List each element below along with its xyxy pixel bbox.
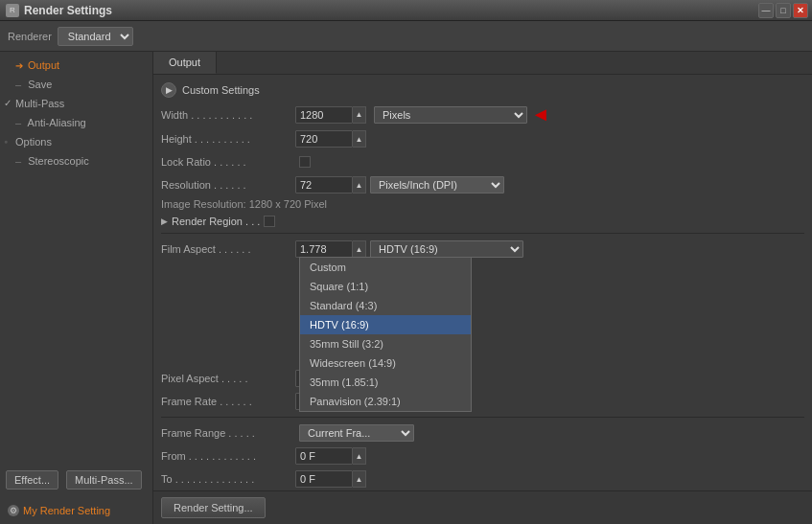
render-region-label: Render Region . . . bbox=[172, 216, 260, 227]
aspect-dropdown-list: Custom Square (1:1) Standard (4:3) HDTV … bbox=[299, 257, 472, 412]
window-title: Render Settings bbox=[24, 4, 112, 17]
dropdown-item-35mm[interactable]: 35mm (1.85:1) bbox=[300, 373, 471, 392]
film-aspect-input[interactable] bbox=[295, 240, 353, 258]
red-arrow-pixels: ◄ bbox=[531, 103, 550, 125]
frame-range-label: Frame Range . . . . . bbox=[161, 427, 295, 439]
film-aspect-select[interactable]: HDTV (16:9) bbox=[370, 240, 523, 258]
from-input[interactable] bbox=[295, 447, 353, 465]
dropdown-item-custom[interactable]: Custom bbox=[300, 258, 471, 277]
main-container: Renderer Standard ➔ Output – Save Multi-… bbox=[0, 21, 812, 524]
resolution-row: Resolution . . . . . . ▲ Pixels/Inch (DP… bbox=[161, 175, 804, 194]
to-input-group: ▲ bbox=[295, 470, 366, 488]
dropdown-item-square[interactable]: Square (1:1) bbox=[300, 277, 471, 296]
tab-output[interactable]: Output bbox=[153, 52, 217, 74]
film-aspect-section: Film Aspect . . . . . . ▲ HDTV (16:9) Cu… bbox=[161, 239, 804, 259]
to-label: To . . . . . . . . . . . . . . bbox=[161, 473, 295, 485]
pixel-aspect-label: Pixel Aspect . . . . . bbox=[161, 373, 295, 384]
toolbar: Renderer Standard bbox=[0, 21, 812, 52]
render-setting-button[interactable]: Render Setting... bbox=[161, 497, 266, 518]
panel-wrapper: Output ▶ Custom Settings Width . . . . .… bbox=[153, 52, 812, 524]
render-region-arrow[interactable]: ▶ bbox=[161, 216, 168, 226]
divider-2 bbox=[161, 417, 804, 418]
effect-button[interactable]: Effect... bbox=[6, 470, 58, 490]
sidebar-dash3: – bbox=[15, 155, 21, 167]
sidebar-item-options[interactable]: Options bbox=[0, 132, 152, 151]
lock-ratio-checkbox[interactable] bbox=[299, 156, 311, 168]
dropdown-item-widescreen[interactable]: Widescreen (14:9) bbox=[300, 353, 471, 373]
to-spin[interactable]: ▲ bbox=[353, 470, 366, 488]
pixels-unit-select[interactable]: Pixels bbox=[374, 106, 527, 124]
renderer-select[interactable]: Standard bbox=[58, 27, 133, 46]
width-input-group: ▲ bbox=[295, 106, 366, 124]
dropdown-item-hdtv[interactable]: HDTV (16:9) bbox=[300, 315, 471, 334]
render-setting-label: My Render Setting bbox=[23, 505, 110, 516]
panel-content: ▶ Custom Settings Width . . . . . . . . … bbox=[153, 75, 812, 490]
close-button[interactable]: ✕ bbox=[793, 3, 808, 18]
width-spin-up[interactable]: ▲ bbox=[353, 106, 366, 124]
resolution-input-group: ▲ bbox=[295, 176, 366, 194]
pixel-aspect-row: Pixel Aspect . . . . . ▲ bbox=[161, 369, 804, 388]
gear-icon: ⚙ bbox=[8, 505, 19, 516]
from-row: From . . . . . . . . . . . . ▲ bbox=[161, 446, 804, 466]
to-input[interactable] bbox=[295, 470, 353, 488]
multi-pass-button[interactable]: Multi-Pass... bbox=[66, 470, 142, 490]
film-aspect-label: Film Aspect . . . . . . bbox=[161, 243, 295, 255]
width-row: Width . . . . . . . . . . . ▲ Pixels ◄ bbox=[161, 103, 804, 125]
width-label: Width . . . . . . . . . . . bbox=[161, 109, 295, 121]
app-icon: R bbox=[6, 4, 19, 17]
height-label: Height . . . . . . . . . . bbox=[161, 133, 295, 145]
sidebar-item-antialiasing[interactable]: – Anti-Aliasing bbox=[0, 113, 152, 132]
renderer-label: Renderer bbox=[8, 31, 52, 42]
from-label: From . . . . . . . . . . . . bbox=[161, 450, 295, 462]
film-aspect-spin[interactable]: ▲ bbox=[353, 240, 366, 258]
height-input-group: ▲ bbox=[295, 130, 366, 148]
sidebar-arrow-icon: ➔ bbox=[15, 60, 23, 71]
frame-rate-row: Frame Rate . . . . . . ▲ bbox=[161, 392, 804, 411]
title-bar: R Render Settings — □ ✕ bbox=[0, 0, 812, 21]
sidebar-dash: – bbox=[15, 79, 21, 90]
resolution-spin-up[interactable]: ▲ bbox=[353, 176, 366, 194]
sidebar-item-output[interactable]: ➔ Output bbox=[0, 56, 152, 75]
dropdown-item-panavision[interactable]: Panavision (2.39:1) bbox=[300, 392, 471, 411]
render-region-row: ▶ Render Region . . . bbox=[161, 216, 804, 227]
width-input[interactable] bbox=[295, 106, 353, 124]
lock-ratio-label: Lock Ratio . . . . . . bbox=[161, 156, 295, 168]
sidebar: ➔ Output – Save Multi-Pass – Anti-Aliasi… bbox=[0, 52, 153, 524]
sidebar-item-stereoscopic[interactable]: – Stereoscopic bbox=[0, 151, 152, 171]
content-area: ➔ Output – Save Multi-Pass – Anti-Aliasi… bbox=[0, 52, 812, 524]
minimize-button[interactable]: — bbox=[758, 3, 774, 18]
dropdown-item-standard[interactable]: Standard (4:3) bbox=[300, 296, 471, 315]
render-setting-row: ⚙ My Render Setting bbox=[0, 501, 152, 520]
lock-ratio-row: Lock Ratio . . . . . . bbox=[161, 152, 804, 171]
frame-rate-label: Frame Rate . . . . . . bbox=[161, 396, 295, 407]
sidebar-footer-buttons: Effect... Multi-Pass... bbox=[0, 465, 152, 495]
from-input-group: ▲ bbox=[295, 447, 366, 465]
sidebar-dash2: – bbox=[15, 117, 21, 128]
resolution-label: Resolution . . . . . . bbox=[161, 179, 295, 191]
custom-settings-header: ▶ Custom Settings bbox=[161, 82, 804, 98]
sidebar-item-save[interactable]: – Save bbox=[0, 75, 152, 94]
film-aspect-input-group: ▲ bbox=[295, 240, 366, 258]
window-controls: — □ ✕ bbox=[758, 3, 808, 18]
sidebar-item-multipass[interactable]: Multi-Pass bbox=[0, 94, 152, 113]
maximize-button[interactable]: □ bbox=[776, 3, 791, 18]
frame-range-row: Frame Range . . . . . Current Fra... bbox=[161, 423, 804, 443]
divider-1 bbox=[161, 233, 804, 234]
render-region-checkbox[interactable] bbox=[264, 216, 275, 227]
dropdown-item-35mm-still[interactable]: 35mm Still (3:2) bbox=[300, 334, 471, 353]
custom-settings-toggle[interactable]: ▶ bbox=[161, 82, 176, 98]
film-aspect-row: Film Aspect . . . . . . ▲ HDTV (16:9) bbox=[161, 239, 804, 259]
resolution-input[interactable] bbox=[295, 176, 353, 194]
frame-range-select[interactable]: Current Fra... bbox=[299, 424, 414, 442]
height-input[interactable] bbox=[295, 130, 353, 148]
to-row: To . . . . . . . . . . . . . . ▲ bbox=[161, 469, 804, 489]
custom-settings-title: Custom Settings bbox=[182, 84, 260, 96]
resolution-unit-select[interactable]: Pixels/Inch (DPI) bbox=[370, 176, 504, 194]
height-row: Height . . . . . . . . . . ▲ bbox=[161, 129, 804, 148]
image-resolution-info: Image Resolution: 1280 x 720 Pixel bbox=[161, 198, 804, 210]
from-spin[interactable]: ▲ bbox=[353, 447, 366, 465]
panel-tabs: Output bbox=[153, 52, 812, 75]
bottom-bar: Render Setting... bbox=[153, 490, 812, 524]
height-spin-up[interactable]: ▲ bbox=[353, 130, 366, 148]
